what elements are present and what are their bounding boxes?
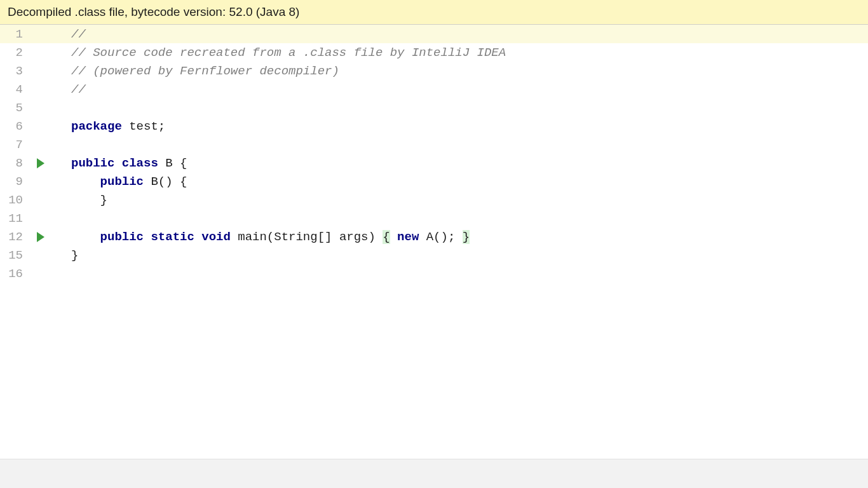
code-token: // (powered by Fernflower decompiler) [71,64,339,78]
code-line[interactable]: 16 [0,264,868,283]
line-number: 7 [0,138,28,152]
status-bar [0,459,868,488]
code-token: main(String[] args) [238,230,383,244]
code-token: public [100,175,151,189]
code-token: package [71,119,129,133]
banner-text: Decompiled .class file, bytecode version… [8,5,299,18]
line-number: 11 [0,212,28,226]
line-number: 6 [0,119,28,133]
code-line[interactable]: 6package test; [0,117,868,135]
line-number: 1 [0,27,28,41]
code-content[interactable]: public B() { [53,175,868,189]
code-content[interactable]: // Source code recreated from a .class f… [53,46,868,60]
line-number: 9 [0,175,28,189]
code-line[interactable]: 3// (powered by Fernflower decompiler) [0,62,868,80]
code-token: B() { [151,175,187,189]
code-content[interactable]: public class B { [53,156,868,170]
code-token: } [463,230,470,244]
run-icon[interactable] [37,158,44,168]
code-content[interactable]: public static void main(String[] args) {… [53,230,868,244]
code-line[interactable]: 4// [0,80,868,98]
code-content[interactable]: } [53,248,868,262]
code-token [71,230,100,244]
code-line[interactable]: 2// Source code recreated from a .class … [0,43,868,62]
code-token [71,175,100,189]
code-line[interactable]: 8public class B { [0,154,868,172]
code-line[interactable]: 5 [0,98,868,117]
code-token: { [383,230,390,244]
line-number: 12 [0,230,28,244]
line-number: 16 [0,267,28,281]
line-number: 4 [0,83,28,97]
code-token: test; [129,119,165,133]
code-token: // Source code recreated from a .class f… [71,46,506,60]
code-line[interactable]: 1// [0,25,868,43]
code-token: // [71,27,86,41]
line-number: 10 [0,193,28,207]
code-token: A(); [426,230,463,244]
code-content[interactable]: // (powered by Fernflower decompiler) [53,64,868,78]
code-line[interactable]: 15} [0,246,868,264]
code-token: new [397,230,426,244]
code-content[interactable]: // [53,27,868,41]
line-number: 3 [0,64,28,78]
run-gutter[interactable] [28,232,53,242]
code-content[interactable]: } [53,193,868,207]
code-token: } [71,193,107,207]
code-line[interactable]: 12 public static void main(String[] args… [0,227,868,246]
code-token: // [71,83,86,97]
run-icon[interactable] [37,232,44,242]
code-line[interactable]: 10 } [0,191,868,209]
code-editor[interactable]: 1//2// Source code recreated from a .cla… [0,25,868,459]
code-token: public static void [100,230,238,244]
code-content[interactable]: // [53,83,868,97]
code-content[interactable]: package test; [53,119,868,133]
code-token [390,230,397,244]
line-number: 2 [0,46,28,60]
code-area[interactable]: 1//2// Source code recreated from a .cla… [0,25,868,459]
code-line[interactable]: 11 [0,209,868,227]
line-number: 5 [0,101,28,115]
code-token: B { [165,156,187,170]
line-number: 8 [0,156,28,170]
code-line[interactable]: 7 [0,135,868,154]
code-token: } [71,248,78,262]
line-number: 15 [0,248,28,262]
code-line[interactable]: 9 public B() { [0,172,868,191]
run-gutter[interactable] [28,158,53,168]
decompiled-banner: Decompiled .class file, bytecode version… [0,0,868,25]
code-token: public class [71,156,165,170]
